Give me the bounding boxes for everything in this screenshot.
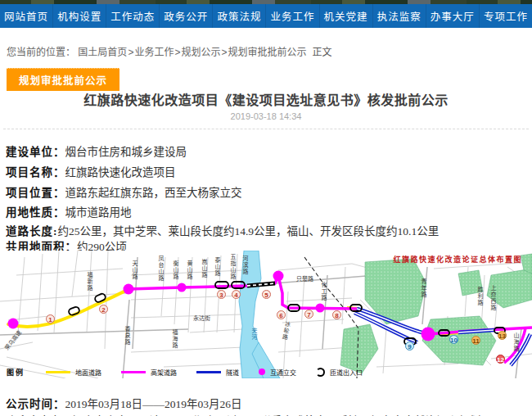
page-title: 红旗路快速化改造项目《建设项目选址意见书》核发批前公示	[0, 89, 532, 109]
field-value: 城市道路用地	[65, 206, 132, 219]
top-navigation: 网站首页 机构设置 工作动态 政务公开 政策法规 业务工作 机关党建 执法监察 …	[0, 4, 532, 28]
road-label-fengtaishan-rd: 凤台山路	[158, 255, 164, 282]
nav-item-law-enforcement[interactable]: 执法监察	[373, 4, 426, 28]
field-label: 项目名称：	[6, 166, 65, 179]
field-construction-unit: 建设单位：烟台市住房和城乡建设局	[6, 142, 187, 159]
map-marker-6: 6	[277, 310, 286, 319]
road-label-fuhai-rd: 福海路	[172, 329, 178, 349]
nav-item-gov-disclosure[interactable]: 政务公开	[160, 4, 213, 28]
breadcrumb-link-home[interactable]: 国土局首页	[78, 47, 127, 58]
map-marker-8: 8	[332, 310, 341, 319]
map-marker-1: 1	[46, 314, 55, 323]
ramp-arc-icon	[316, 368, 325, 377]
road-label-huangshan-rd: 黄山路	[187, 260, 192, 280]
field-value: 约25公里，其中芝罘、莱山段长度约14.9公里，福山、开发区段长度约10.1公里	[58, 225, 440, 237]
river-label-jiahe: 夹河	[251, 328, 257, 341]
nav-item-special-projects[interactable]: 专项工作	[480, 4, 532, 28]
legend-item-surface-road: 地面道路	[46, 368, 101, 377]
section-tab-row: 规划审批批前公示	[7, 68, 119, 86]
breadcrumb-separator: >	[128, 47, 133, 58]
road-label-huagong-rd: 化工路	[321, 282, 327, 301]
nav-item-work-news[interactable]: 工作动态	[106, 4, 160, 28]
magenta-line-icon	[121, 371, 146, 373]
road-label-xiangquan-rd: 香泉路	[124, 326, 130, 346]
road-label-wuzhishan-rd: 五指山路	[230, 254, 236, 280]
nav-item-organization[interactable]: 机构设置	[53, 4, 106, 28]
publicity-period: 公示时间：2019年03月18日——2019年03月26日	[6, 395, 242, 411]
map-marker-2: 2	[99, 305, 108, 314]
legend-item-elevated-road: 高架道路	[121, 368, 177, 377]
field-project-name: 项目名称：红旗路快速化改造项目	[6, 163, 176, 179]
legend-caption: 图例	[7, 367, 25, 378]
field-value: 烟台市住房和城乡建设局	[65, 146, 187, 158]
publish-date: 2019-03-18 14:34	[0, 111, 532, 121]
map-graphic	[0, 251, 532, 378]
field-label: 道路长度:	[6, 225, 58, 237]
map-marker-10: 10	[449, 335, 458, 344]
road-label-fuxin-rd: 福新路	[87, 272, 92, 292]
magenta-dot-icon	[259, 369, 265, 375]
road-label-taishan-rd: 泰山路	[214, 257, 220, 277]
publicity-value: 2019年03月18日——2019年03月26日	[65, 398, 242, 410]
map-marker-11: 11	[471, 336, 480, 345]
field-label: 用地性质：	[6, 206, 65, 219]
feedback-note: 欢迎广大市民提出宝贵意见，请于公示期内通过以下联系方式将意见反馈至烟台市自然资源…	[6, 412, 503, 416]
bridge-segment	[247, 283, 275, 286]
breadcrumb-link-plan-notices[interactable]: 规划公示	[181, 47, 220, 58]
breadcrumb: 您当前的位置： 国土局首页>业务工作>规划公示>规划审批批前公示正文	[7, 44, 331, 58]
legend-label: 互通立交	[270, 368, 296, 377]
road-label-qingnian-rd: 青年路	[421, 278, 426, 298]
site-plan-map: 红旗路快速化改造论证总体布置图 1 2 3 4 5 6 7 8 9 10 11 …	[0, 251, 532, 378]
breadcrumb-separator: >	[174, 47, 180, 58]
yellow-line-icon	[46, 371, 70, 373]
field-project-location: 项目位置：道路东起红旗东路，西至大杨家立交	[6, 183, 242, 200]
map-title: 红旗路快速化改造论证总体布置图	[393, 254, 522, 265]
map-marker-4: 4	[232, 290, 241, 299]
breadcrumb-current: 正文	[312, 47, 331, 58]
tab-plan-approval-notice[interactable]: 规划审批批前公示	[7, 68, 119, 91]
map-marker-5: 5	[262, 290, 271, 299]
legend-item-interchange: 互通立交	[259, 368, 296, 377]
legend-item-ramp: 匝道出入口	[316, 368, 363, 377]
breadcrumb-prefix: 您当前的位置：	[7, 47, 75, 58]
road-label-hebin-rd: 河滨路	[242, 255, 248, 275]
road-label-zhichu-rd: 只楚路	[296, 276, 313, 282]
blue-line-icon	[196, 371, 221, 373]
legend-label: 地面道路	[75, 368, 101, 377]
road-label-tianshan-rd: 天山路	[132, 260, 138, 280]
field-value: 道路东起红旗东路，西至大杨家立交	[65, 187, 242, 199]
map-legend: 图例 地面道路 高架道路 隧道 互通立交 匝道出入口	[7, 366, 382, 378]
road-label-songshan-rd: 嵩山路	[201, 259, 207, 278]
road-label-shanhai-rd: 山海路	[513, 332, 519, 352]
legend-label: 隧道	[226, 368, 239, 377]
map-marker-9: 9	[405, 341, 414, 350]
legend-label: 高架道路	[151, 368, 177, 377]
map-marker-12: 12	[496, 355, 505, 364]
nav-item-service-hall[interactable]: 办事大厅	[426, 4, 480, 28]
legend-item-tunnel: 隧道	[196, 368, 239, 377]
field-land-use: 用地性质：城市道路用地	[6, 203, 132, 219]
road-label-shangkuangxi-rd: 上夼西路	[490, 285, 496, 311]
divider	[3, 129, 529, 129]
legend-label: 匝道出入口	[330, 368, 363, 377]
breadcrumb-link-pre-approval[interactable]: 规划审批批前公示	[228, 47, 306, 58]
map-marker-3: 3	[217, 290, 226, 299]
publicity-label: 公示时间：	[6, 398, 65, 410]
road-label-shengli-rd: 胜利路	[477, 287, 483, 306]
nav-item-policies[interactable]: 政策法规	[213, 4, 266, 28]
field-road-length: 道路长度:约25公里，其中芝罘、莱山段长度约14.9公里，福山、开发区段长度约1…	[6, 222, 439, 238]
nav-item-business[interactable]: 业务工作	[266, 4, 319, 28]
field-value: 红旗路快速化改造项目	[65, 166, 176, 179]
breadcrumb-separator: >	[221, 47, 227, 58]
nav-item-home[interactable]: 网站首页	[0, 4, 53, 28]
page: 网站首页 机构设置 工作动态 政务公开 政策法规 业务工作 机关党建 执法监察 …	[0, 0, 532, 416]
field-label: 建设单位：	[6, 146, 65, 158]
nav-item-party-building[interactable]: 机关党建	[320, 4, 373, 28]
breadcrumb-link-business[interactable]: 业务工作	[134, 47, 174, 58]
road-label-hengshan-rd: 衡山路	[173, 260, 178, 280]
field-label: 项目位置：	[6, 187, 65, 199]
road-label-yongda-st: 永达街	[193, 315, 210, 321]
map-marker-7: 7	[304, 310, 313, 319]
map-marker-13: 13	[498, 331, 507, 340]
